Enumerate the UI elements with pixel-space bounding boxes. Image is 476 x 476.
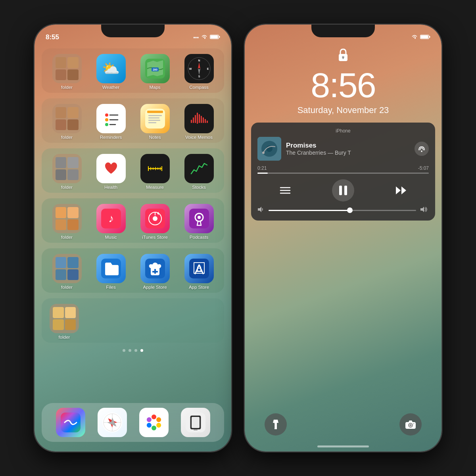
dock-mirror[interactable]	[181, 408, 210, 437]
folder6-icon[interactable]	[50, 304, 79, 333]
itunes-label: iTunes Store	[142, 235, 168, 240]
folder3-label: folder	[61, 185, 73, 190]
status-time: 8:55	[46, 33, 59, 41]
photos-dock-icon[interactable]	[139, 408, 169, 437]
measure-icon[interactable]	[140, 154, 170, 183]
svg-rect-31	[197, 113, 198, 124]
app-folder2[interactable]: folder	[47, 104, 86, 140]
volume-row	[257, 206, 429, 214]
phone-home: 8:55 ▪▪▪	[34, 24, 232, 452]
airplay-button[interactable]	[415, 142, 429, 156]
app-folder6[interactable]: folder	[47, 304, 81, 340]
svg-point-108	[409, 424, 412, 426]
appstore-icon[interactable]: 🄰	[184, 254, 214, 283]
music-card-body: Promises The Cranberries — Bury T	[257, 137, 429, 161]
svg-point-76	[152, 415, 156, 419]
files-icon[interactable]	[96, 254, 126, 283]
svg-point-17	[105, 123, 108, 126]
app-measure[interactable]: Measure	[135, 154, 175, 190]
app-stocks[interactable]: Stocks	[179, 154, 219, 190]
time-elapsed: 0:21	[257, 165, 267, 171]
measure-label: Measure	[146, 185, 164, 190]
progress-bar[interactable]	[257, 173, 429, 174]
dot-2	[129, 349, 131, 352]
folder2-label: folder	[61, 135, 73, 140]
app-row-1: folder ⛅ Weather	[42, 48, 224, 93]
app-applestore[interactable]: Apple Store	[135, 254, 175, 290]
weather-icon[interactable]: ⛅	[96, 54, 126, 83]
svg-text:E: E	[207, 67, 209, 70]
volume-thumb[interactable]	[347, 207, 353, 213]
svg-text:S: S	[198, 75, 200, 78]
phone-lock: 8:56 Saturday, November 23 iPhone	[244, 24, 442, 452]
folder2-icon[interactable]	[52, 104, 82, 133]
svg-rect-87	[429, 36, 430, 38]
progress-fill	[257, 173, 268, 174]
dock-photos[interactable]	[139, 408, 169, 437]
folder3-icon[interactable]	[52, 154, 82, 183]
app-grid: folder ⛅ Weather	[35, 44, 231, 347]
music-icon[interactable]: ♪	[96, 204, 126, 233]
notes-icon[interactable]	[140, 104, 170, 133]
app-folder1[interactable]: folder	[47, 54, 86, 90]
app-itunes[interactable]: iTunes Store	[135, 204, 175, 240]
folder5-icon[interactable]	[52, 254, 82, 283]
app-folder3[interactable]: folder	[47, 154, 86, 190]
app-folder5[interactable]: folder	[47, 254, 86, 290]
stocks-icon[interactable]	[184, 154, 214, 183]
lock-date: Saturday, November 23	[298, 105, 389, 115]
app-music[interactable]: ♪ Music	[91, 204, 131, 240]
svg-point-109	[413, 423, 415, 424]
volume-low-icon	[257, 206, 265, 214]
applestore-icon[interactable]	[140, 254, 170, 283]
folder1-icon[interactable]	[52, 54, 82, 83]
svg-rect-30	[195, 115, 196, 123]
app-reminders[interactable]: Reminders	[91, 104, 131, 140]
svg-rect-23	[148, 115, 162, 116]
app-files[interactable]: Files	[91, 254, 131, 290]
volume-bar[interactable]	[269, 210, 416, 211]
svg-rect-29	[193, 117, 194, 123]
dock-safari[interactable]	[98, 408, 127, 437]
pause-button[interactable]	[332, 179, 354, 202]
voicememos-icon[interactable]	[184, 104, 214, 133]
svg-point-16	[105, 118, 108, 121]
svg-rect-88	[421, 35, 428, 38]
compass-label: Compass	[189, 85, 209, 90]
svg-rect-28	[191, 120, 192, 123]
app-weather[interactable]: ⛅ Weather	[91, 54, 131, 90]
svg-rect-1	[219, 36, 220, 38]
svg-rect-91	[343, 57, 344, 59]
music-time: 0:21 -5:07	[257, 165, 429, 171]
forward-button[interactable]	[392, 182, 410, 199]
app-row-5: folder Files	[42, 248, 224, 293]
mirror-dock-icon[interactable]	[181, 408, 210, 437]
flashlight-button[interactable]	[265, 413, 287, 436]
app-podcasts[interactable]: Podcasts	[179, 204, 219, 240]
music-player-card: iPhone Promises Th	[251, 123, 435, 221]
compass-icon[interactable]: N S W E	[184, 54, 214, 83]
app-health[interactable]: Health	[91, 154, 131, 190]
app-compass[interactable]: N S W E Compass	[179, 54, 219, 90]
itunes-icon[interactable]	[140, 204, 170, 233]
camera-button[interactable]	[399, 413, 422, 436]
siri-dock-icon[interactable]	[56, 408, 85, 437]
app-maps[interactable]: 280 280 Maps	[135, 54, 175, 90]
safari-dock-icon[interactable]	[98, 408, 127, 437]
app-voicememos[interactable]: Voice Memos	[179, 104, 219, 140]
dock-siri[interactable]	[56, 408, 85, 437]
svg-rect-63	[152, 271, 158, 273]
app-appstore[interactable]: 🄰 App Store	[179, 254, 219, 290]
app-folder4[interactable]: folder	[47, 204, 86, 240]
music-label: Music	[105, 235, 117, 240]
app-notes[interactable]: Notes	[135, 104, 175, 140]
podcasts-icon[interactable]	[184, 204, 214, 233]
reminders-icon[interactable]	[96, 104, 126, 133]
maps-label: Maps	[149, 85, 160, 90]
folder4-label: folder	[61, 235, 73, 240]
folder4-icon[interactable]	[52, 204, 82, 233]
svg-rect-35	[205, 119, 206, 123]
maps-icon[interactable]: 280 280	[140, 54, 170, 83]
queue-button[interactable]	[276, 182, 294, 199]
health-icon[interactable]	[96, 154, 126, 183]
